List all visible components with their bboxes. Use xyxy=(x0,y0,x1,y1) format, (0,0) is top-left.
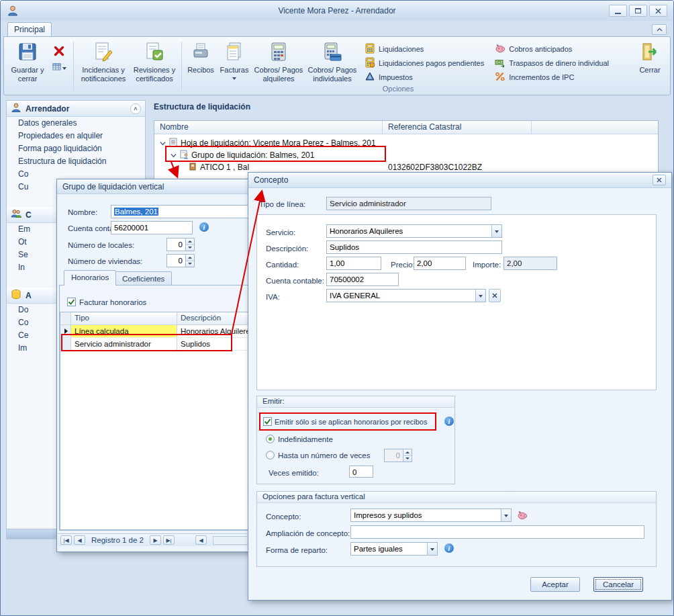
cantidad-input[interactable]: 1,00 xyxy=(326,257,381,270)
traspasos-button[interactable]: Traspasos de dinero individual xyxy=(495,56,609,70)
spinner-buttons[interactable] xyxy=(185,255,194,267)
iva-clear-button[interactable] xyxy=(489,289,501,302)
sidebar-item-estructura[interactable]: Estructura de liquidación xyxy=(7,155,145,168)
scroll-left-button[interactable]: ◀ xyxy=(195,535,207,545)
ribbon-collapse-button[interactable] xyxy=(652,24,667,35)
facturas-button[interactable]: Facturas xyxy=(217,39,252,84)
revisiones-button[interactable]: Revisiones y certificados xyxy=(130,39,179,93)
delete-button[interactable] xyxy=(51,44,67,60)
numero-viviendas-stepper[interactable]: 0 xyxy=(166,254,195,267)
opciones-group: Recibos Facturas Cobros/ Pagos alquilere… xyxy=(185,39,612,93)
tree-row-hoja[interactable]: Hoja de liquidación: Vicente Mora Perez … xyxy=(154,137,658,149)
page-title: Estructura de liquidación xyxy=(154,102,250,112)
dialog-concepto-titlebar[interactable]: Concepto xyxy=(248,173,671,188)
window-title: Vicente Mora Perez - Arrendador xyxy=(1,6,673,15)
previous-record-button[interactable]: ◀ xyxy=(74,535,85,545)
cobros-anticipados-label: Cobros anticipados xyxy=(509,45,572,53)
servicio-combobox[interactable]: Honorarios Alquileres xyxy=(326,224,502,238)
info-icon[interactable]: i xyxy=(199,222,209,232)
sidebar-item-propiedades[interactable]: Propiedades en alquiler xyxy=(7,130,145,142)
aceptar-button[interactable]: Aceptar xyxy=(530,577,580,592)
ribbon: Guardar y cerrar Incidencias y notificac… xyxy=(3,36,671,95)
close-button[interactable] xyxy=(649,5,667,17)
hasta-numero-radio[interactable] xyxy=(266,451,275,459)
info-icon[interactable]: i xyxy=(444,416,454,426)
impuestos-button[interactable]: Impuestos xyxy=(365,71,484,84)
emitir-solo-checkbox[interactable] xyxy=(263,417,272,426)
precio-label: Precio: xyxy=(391,259,415,271)
liquidaciones-pendientes-button[interactable]: Liquidaciones pagos pendientes xyxy=(365,56,484,70)
sidebar-item-forma-pago[interactable]: Forma pago liquidación xyxy=(7,142,145,155)
cell-tipo[interactable]: Servicio administrador xyxy=(71,338,177,350)
dropdown-button[interactable] xyxy=(501,509,511,521)
cerrar-label: Cerrar xyxy=(639,66,660,75)
tree-row-grupo[interactable]: Grupo de liquidación: Balmes, 201 xyxy=(154,149,658,161)
descripcion-input[interactable]: Suplidos xyxy=(326,240,502,254)
incrementos-ipc-button[interactable]: Incrementos de IPC xyxy=(495,71,609,84)
forma-reparto-value: Partes iguales xyxy=(354,545,403,553)
numero-locales-stepper[interactable]: 0 xyxy=(166,238,195,251)
document-check-icon xyxy=(144,41,165,64)
column-header-nombre[interactable]: Nombre xyxy=(154,121,383,134)
liquidaciones-pendientes-label: Liquidaciones pagos pendientes xyxy=(379,59,484,67)
column-header-empty[interactable] xyxy=(532,121,658,134)
cerrar-button[interactable]: Cerrar xyxy=(633,39,667,93)
cell-tipo[interactable]: Línea calculada xyxy=(71,325,177,337)
sidebar-header-label: Arrendador xyxy=(26,104,69,114)
forma-reparto-combobox[interactable]: Partes iguales xyxy=(350,542,438,556)
cobros-pagos-alquileres-button[interactable]: Cobros/ Pagos alquileres xyxy=(252,39,305,84)
sidebar-header-arrendador[interactable]: Arrendador ˄ xyxy=(7,101,145,117)
property-icon xyxy=(188,162,197,173)
next-record-button[interactable]: ▶ xyxy=(150,535,161,545)
tree-row-label: ATICO 1 , Bal xyxy=(200,163,249,172)
tab-honorarios[interactable]: Honorarios xyxy=(64,270,116,285)
precio-input[interactable]: 2,00 xyxy=(414,257,466,270)
iva-value: IVA GENERAL xyxy=(330,292,380,300)
facturar-honorarios-label: Facturar honorarios xyxy=(79,296,146,308)
title-bar[interactable]: Vicente Mora Perez - Arrendador xyxy=(1,1,673,21)
sidebar-item-datos-generales[interactable]: Datos generales xyxy=(7,117,145,130)
save-close-button[interactable]: Guardar y cerrar xyxy=(7,39,48,93)
liquidaciones-button[interactable]: Liquidaciones xyxy=(365,42,484,56)
save-close-label: Guardar y cerrar xyxy=(7,66,48,83)
last-record-button[interactable]: ▶| xyxy=(163,535,175,545)
dropdown-button[interactable] xyxy=(475,290,485,302)
indefinidamente-radio[interactable] xyxy=(266,435,275,443)
veces-emitido-field[interactable]: 0 xyxy=(349,466,373,478)
minimize-button[interactable] xyxy=(609,5,627,17)
cobros-anticipados-button[interactable]: Cobros anticipados xyxy=(495,42,609,56)
ampliacion-concepto-input[interactable] xyxy=(350,525,644,539)
info-icon[interactable]: i xyxy=(444,543,454,553)
recibos-button[interactable]: Recibos xyxy=(185,39,217,84)
incidencias-button[interactable]: Incidencias y notificaciones xyxy=(77,39,130,93)
dialog-close-button[interactable] xyxy=(653,175,666,185)
chevron-up-icon[interactable]: ˄ xyxy=(130,103,141,114)
tree-row-label: Grupo de liquidación: Balmes, 201 xyxy=(191,150,314,160)
layout-dropdown-button[interactable] xyxy=(49,62,69,74)
liquidaciones-label: Liquidaciones xyxy=(379,45,424,53)
column-header-referencia[interactable]: Referencia Catastral xyxy=(383,121,532,134)
facturar-honorarios-checkbox[interactable] xyxy=(67,298,76,306)
iva-combobox[interactable]: IVA GENERAL xyxy=(326,289,486,302)
grid-column-tipo[interactable]: Tipo xyxy=(71,312,177,324)
dialog-grupo-title: Grupo de liquidación vertical xyxy=(62,182,164,191)
traspasos-label: Traspasos de dinero individual xyxy=(509,59,609,67)
expand-chevron-icon[interactable] xyxy=(160,138,166,148)
dropdown-button[interactable] xyxy=(427,543,437,555)
tree-header: Nombre Referencia Catastral xyxy=(154,121,658,134)
first-record-button[interactable]: |◀ xyxy=(60,535,72,545)
numero-viviendas-value: 0 xyxy=(179,257,183,265)
cuenta-contable-input[interactable]: 56200001 xyxy=(111,221,193,234)
spinner-buttons[interactable] xyxy=(185,238,194,251)
concepto-combobox[interactable]: Impresos y suplidos xyxy=(350,509,512,522)
cuenta-contable-input[interactable]: 70500002 xyxy=(326,273,399,286)
cancelar-button[interactable]: Cancelar xyxy=(593,577,643,592)
tab-coeficientes[interactable]: Coeficientes xyxy=(115,271,172,285)
cobros-pagos-individuales-button[interactable]: Cobros/ Pagos individuales xyxy=(305,39,359,84)
database-icon xyxy=(11,289,21,302)
expand-chevron-icon[interactable] xyxy=(171,150,177,160)
tab-principal[interactable]: Principal xyxy=(7,22,52,37)
tree-row-label: Hoja de liquidación: Vicente Mora Perez … xyxy=(181,138,376,148)
dropdown-button[interactable] xyxy=(491,225,501,237)
maximize-button[interactable] xyxy=(629,5,647,17)
